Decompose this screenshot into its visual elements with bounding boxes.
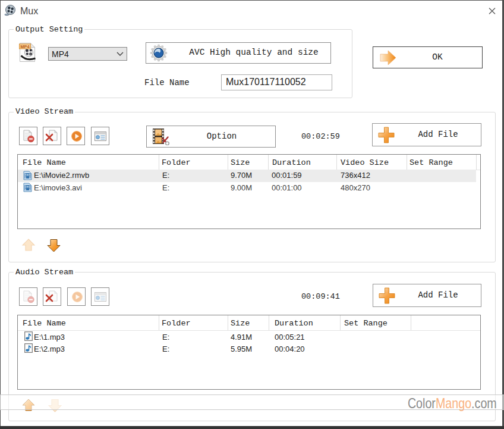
svg-text:MP4: MP4 bbox=[20, 44, 30, 49]
